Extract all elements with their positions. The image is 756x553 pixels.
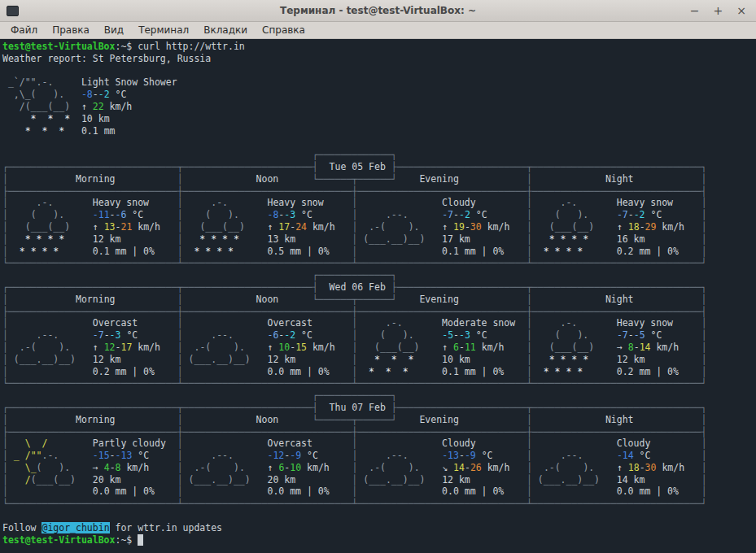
terminal-text: -2 xyxy=(634,209,645,220)
menu-item-edit[interactable]: Правка xyxy=(45,22,97,38)
terminal-text: └──────────────────────────────┴────────… xyxy=(2,498,706,509)
terminal-text: │ xyxy=(701,366,707,377)
terminal-text: 29 xyxy=(645,221,657,233)
terminal-text: -7 xyxy=(617,209,628,220)
terminal-text: │ xyxy=(527,450,532,461)
terminal-text: │ xyxy=(701,462,707,473)
terminal-text: │ xyxy=(527,366,532,377)
close-button[interactable]: × xyxy=(736,0,746,21)
terminal-text: * * * * xyxy=(532,233,617,245)
terminal-text: Evening xyxy=(397,414,527,425)
terminal-text: - xyxy=(465,462,470,473)
menu-bar: Файл Правка Вид Терминал Вкладки Справка xyxy=(0,22,756,39)
terminal-text: / xyxy=(25,474,31,486)
terminal-text: Overcast xyxy=(267,317,352,329)
terminal-text: │ xyxy=(701,342,707,353)
terminal-text: (___(__) xyxy=(532,221,617,233)
terminal-text: km/h xyxy=(482,462,527,473)
window-controls: − + × xyxy=(690,0,756,21)
terminal-text: │ xyxy=(701,233,707,245)
terminal-text: 0.0 mm | 0% xyxy=(267,366,352,377)
terminal-text xyxy=(8,462,25,473)
terminal-text: 10 km xyxy=(442,354,527,365)
menu-item-help[interactable]: Справка xyxy=(255,22,312,38)
terminal-text: (___.__)__) xyxy=(183,354,268,365)
terminal-text: for wttr.in updates xyxy=(110,522,222,533)
terminal-text: │ xyxy=(177,317,183,329)
terminal-text: │ xyxy=(177,486,183,497)
terminal-text: │ xyxy=(701,221,707,233)
terminal-line: └──────────────────────────────┴────────… xyxy=(2,257,756,269)
terminal-text: 0.0 mm | 0% xyxy=(267,486,352,497)
maximize-button[interactable]: + xyxy=(714,0,723,21)
terminal-line: /(___(__) ↑ 22 km/h xyxy=(2,101,756,113)
minimize-button[interactable]: − xyxy=(690,0,700,21)
wttr-follow-link[interactable]: @igor_chubin xyxy=(42,522,109,533)
terminal-text: │ xyxy=(177,173,183,185)
terminal-text: -7 xyxy=(442,209,453,220)
terminal-text: -14 xyxy=(617,450,634,461)
terminal-text: │ xyxy=(2,438,8,449)
terminal-text: :~$ xyxy=(115,534,138,546)
terminal-line: * * * 10 km xyxy=(2,113,756,125)
terminal-text: (___(__) xyxy=(357,342,442,353)
terminal-text: │ xyxy=(527,414,532,425)
terminal-line: ┌─────────────┐ xyxy=(2,390,756,402)
terminal-text xyxy=(357,246,442,257)
terminal-text: │ xyxy=(177,414,183,425)
terminal-text: 13 km xyxy=(267,233,352,245)
terminal-text: .-( ). xyxy=(532,462,617,473)
terminal-text: 0.2 mm | 0% xyxy=(617,246,701,257)
terminal-line: test@test-VirtualBox:~$ curl http://wttr… xyxy=(2,41,756,53)
terminal-text: │ xyxy=(701,450,707,461)
terminal-text: │ xyxy=(2,233,8,245)
titlebar[interactable]: Терминал - test@test-VirtualBox: ~ − + × xyxy=(0,0,756,22)
terminal-text: │ xyxy=(527,317,532,329)
terminal-text: 0.1 mm | 0% xyxy=(442,246,527,257)
terminal-line: │ ( ). -11--6 °C │ ( ). -8--3 °C │ .--. … xyxy=(2,209,756,221)
terminal-text: .-. xyxy=(183,197,268,208)
terminal-text: │ xyxy=(2,354,8,365)
terminal-text xyxy=(8,317,93,329)
terminal-text: km/h xyxy=(104,101,133,112)
terminal-text: test@test-VirtualBox xyxy=(2,41,115,52)
terminal-text: 30 xyxy=(645,462,657,473)
terminal-text: Heavy snow xyxy=(617,197,701,208)
terminal-text: Thu 07 Feb xyxy=(318,402,391,413)
terminal-text: km/h xyxy=(307,221,352,233)
terminal-text: │ xyxy=(527,221,532,233)
terminal-text: (___(__) xyxy=(532,342,617,353)
terminal-text: │ xyxy=(177,342,183,353)
terminal-text: km/h xyxy=(656,462,701,473)
terminal-text: Night xyxy=(532,414,701,425)
terminal-text xyxy=(357,486,442,497)
terminal-text: │ xyxy=(2,173,8,185)
terminal-text: 21 xyxy=(120,221,132,233)
terminal-text: └──────────────────────────────┴────────… xyxy=(2,377,706,389)
terminal-text: 12 km xyxy=(617,354,701,365)
terminal-text: -15 xyxy=(93,450,110,461)
terminal-text: °C xyxy=(126,209,177,220)
terminal-text: ( ). xyxy=(532,329,617,341)
terminal-text: .-. xyxy=(532,197,617,208)
terminal-text: Noon xyxy=(183,414,312,425)
terminal-text: Cloudy xyxy=(442,197,527,208)
terminal-text xyxy=(357,197,442,208)
terminal-text: │ xyxy=(177,246,183,257)
menu-item-view[interactable]: Вид xyxy=(97,22,131,38)
terminal-text: km/h xyxy=(301,462,352,473)
terminal-text: │ xyxy=(701,486,707,497)
terminal-text: 14 km xyxy=(617,474,701,486)
terminal-text: │ xyxy=(701,317,707,329)
terminal-text: * * * * xyxy=(183,246,268,257)
terminal-text: Morning xyxy=(8,414,177,425)
terminal-output[interactable]: test@test-VirtualBox:~$ curl http://wttr… xyxy=(0,39,756,553)
terminal-text: ┌──────────────────────────────┬────────… xyxy=(2,281,318,293)
terminal-text: │ xyxy=(527,474,532,486)
terminal-text: * * * * xyxy=(532,354,617,365)
window-title: Терминал - test@test-VirtualBox: ~ xyxy=(0,5,756,16)
menu-item-terminal[interactable]: Терминал xyxy=(131,22,196,38)
menu-item-file[interactable]: Файл xyxy=(3,22,45,38)
menu-item-tabs[interactable]: Вкладки xyxy=(196,22,255,38)
terminal-text xyxy=(532,486,617,497)
